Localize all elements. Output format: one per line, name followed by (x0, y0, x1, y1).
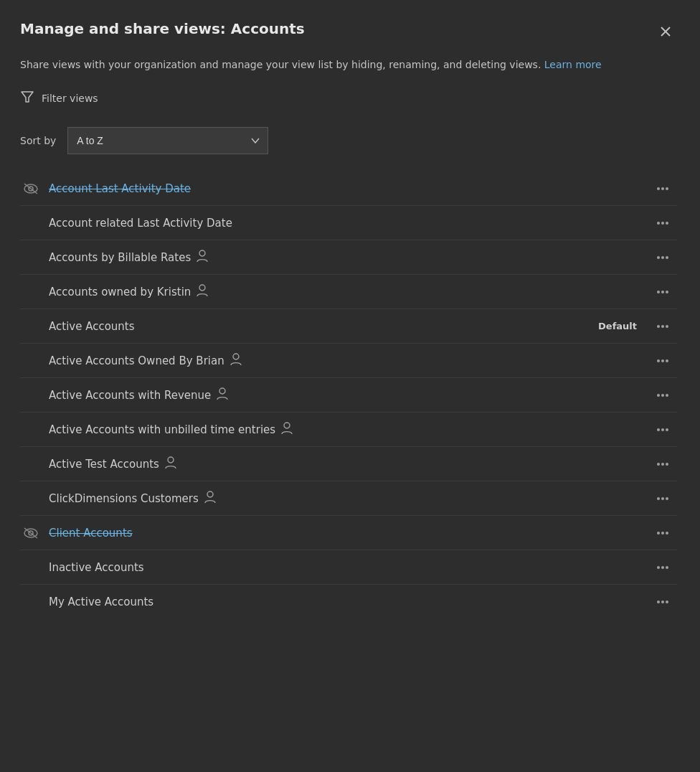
personal-view-icon (165, 456, 176, 472)
view-name: Inactive Accounts (49, 561, 651, 574)
dialog-title: Manage and share views: Accounts (20, 20, 305, 37)
view-name: Account Last Activity Date (49, 182, 651, 195)
dots-icon (657, 325, 668, 328)
view-actions (651, 425, 674, 434)
list-item: Active Accounts Owned By Brian (20, 344, 677, 378)
manage-views-dialog: Manage and share views: Accounts Share v… (0, 0, 700, 772)
more-options-button[interactable] (651, 219, 674, 227)
view-name: Account related Last Activity Date (49, 217, 651, 230)
view-name: Accounts by Billable Rates (49, 250, 651, 265)
sort-section: Sort by A to Z Z to A Recently used (20, 127, 677, 154)
view-actions: Default (598, 321, 674, 331)
view-actions (651, 494, 674, 503)
dots-icon (657, 601, 668, 603)
more-options-button[interactable] (651, 460, 674, 469)
svg-point-7 (199, 285, 205, 291)
dots-icon (657, 428, 668, 431)
svg-point-11 (168, 457, 174, 463)
close-icon (660, 26, 671, 37)
svg-point-12 (207, 491, 213, 497)
view-name-text: Accounts owned by Kristin (49, 286, 191, 298)
view-actions (651, 357, 674, 365)
more-options-button[interactable] (651, 322, 674, 331)
svg-point-9 (219, 388, 225, 394)
more-options-button[interactable] (651, 357, 674, 365)
view-actions (651, 253, 674, 262)
more-options-button[interactable] (651, 184, 674, 193)
view-name-text: ClickDimensions Customers (49, 492, 199, 505)
more-options-button[interactable] (651, 288, 674, 296)
more-options-button[interactable] (651, 494, 674, 503)
personal-view-icon (197, 284, 208, 300)
personal-view-icon (230, 353, 242, 369)
more-options-button[interactable] (651, 563, 674, 572)
list-item: Inactive Accounts (20, 550, 677, 585)
view-name-text: Account related Last Activity Date (49, 217, 232, 230)
personal-view-icon (281, 422, 293, 438)
svg-point-10 (284, 423, 290, 428)
dots-icon (657, 291, 668, 293)
view-name-text: Inactive Accounts (49, 561, 144, 574)
view-name: My Active Accounts (49, 596, 651, 608)
more-options-button[interactable] (651, 529, 674, 537)
list-item: Account related Last Activity Date (20, 206, 677, 240)
eye-slash-icon (23, 183, 39, 194)
filter-label: Filter views (42, 93, 98, 104)
view-actions (651, 460, 674, 469)
description-text: Share views with your organization and m… (20, 57, 677, 72)
view-name-text: Active Accounts with unbilled time entri… (49, 423, 275, 436)
view-name-text: My Active Accounts (49, 596, 153, 608)
list-item: Active Accounts with Revenue (20, 378, 677, 413)
more-options-button[interactable] (651, 598, 674, 606)
view-name: ClickDimensions Customers (49, 491, 651, 507)
view-actions (651, 529, 674, 537)
dots-icon (657, 463, 668, 466)
close-button[interactable] (654, 20, 677, 43)
sort-select-wrapper: A to Z Z to A Recently used (67, 127, 268, 154)
view-name: Active Accounts (49, 320, 598, 333)
view-name: Active Accounts Owned By Brian (49, 353, 651, 369)
sort-label: Sort by (20, 135, 56, 146)
more-options-button[interactable] (651, 253, 674, 262)
list-item: Active AccountsDefault (20, 309, 677, 344)
view-actions (651, 288, 674, 296)
sort-select[interactable]: A to Z Z to A Recently used (67, 127, 268, 154)
svg-point-6 (199, 250, 205, 256)
dialog-header: Manage and share views: Accounts (20, 20, 677, 43)
views-list: Account Last Activity Date Account relat… (20, 171, 677, 619)
more-options-button[interactable] (651, 425, 674, 434)
list-item: My Active Accounts (20, 585, 677, 619)
list-item: Accounts owned by Kristin (20, 275, 677, 309)
view-name-text: Active Test Accounts (49, 458, 159, 471)
svg-point-8 (233, 354, 239, 359)
list-item: Account Last Activity Date (20, 171, 677, 206)
dots-icon (657, 187, 668, 190)
filter-views-section[interactable]: Filter views (20, 90, 677, 107)
list-item: ClickDimensions Customers (20, 481, 677, 516)
view-name: Active Accounts with Revenue (49, 387, 651, 403)
view-actions (651, 391, 674, 400)
list-item: Accounts by Billable Rates (20, 240, 677, 275)
view-actions (651, 598, 674, 606)
filter-icon (20, 90, 34, 107)
view-name-text: Active Accounts Owned By Brian (49, 354, 224, 367)
personal-view-icon (197, 250, 208, 265)
hidden-icon-slot (23, 527, 49, 539)
list-item: Active Test Accounts (20, 447, 677, 481)
more-options-button[interactable] (651, 391, 674, 400)
dots-icon (657, 497, 668, 500)
personal-view-icon (204, 491, 216, 507)
view-name-text: Client Accounts (49, 527, 133, 540)
svg-marker-2 (22, 92, 33, 102)
list-item: Active Accounts with unbilled time entri… (20, 413, 677, 447)
dots-icon (657, 222, 668, 225)
dots-icon (657, 256, 668, 259)
view-name: Active Accounts with unbilled time entri… (49, 422, 651, 438)
view-name: Active Test Accounts (49, 456, 651, 472)
funnel-icon (20, 90, 34, 104)
learn-more-link[interactable]: Learn more (544, 59, 602, 70)
personal-view-icon (217, 387, 228, 403)
view-name-text: Accounts by Billable Rates (49, 251, 191, 264)
dots-icon (657, 566, 668, 569)
view-actions (651, 184, 674, 193)
